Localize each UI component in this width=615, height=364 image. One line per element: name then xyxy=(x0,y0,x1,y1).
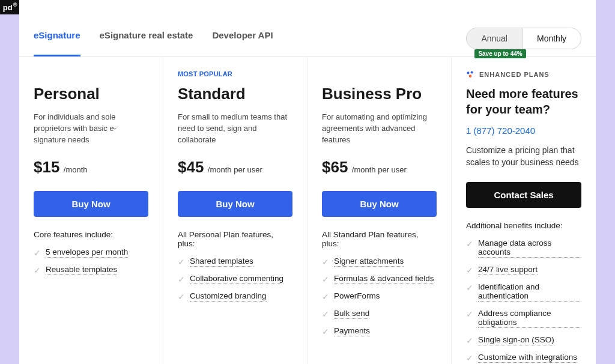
enhanced-icon xyxy=(466,70,474,79)
check-icon: ✓ xyxy=(322,275,329,284)
check-icon: ✓ xyxy=(466,309,473,319)
tab-esignature[interactable]: eSignature xyxy=(34,30,80,56)
feature-item: ✓Bulk send xyxy=(322,309,437,319)
plan-title: Business Pro xyxy=(322,85,437,103)
feature-item: ✓Formulas & advanced fields xyxy=(322,274,437,284)
check-icon: ✓ xyxy=(466,283,473,293)
billing-annual[interactable]: Annual xyxy=(467,28,522,49)
feature-item: ✓Payments xyxy=(322,326,437,336)
plan-description: For individuals and sole proprietors wit… xyxy=(34,112,148,146)
features-list: ✓Manage data across accounts ✓24/7 live … xyxy=(466,238,581,364)
save-badge: Save up to 44% xyxy=(474,49,526,58)
features-list: ✓Signer attachments ✓Formulas & advanced… xyxy=(322,256,437,336)
feature-item: ✓Collaborative commenting xyxy=(178,274,292,284)
check-icon: ✓ xyxy=(322,327,329,336)
feature-item: ✓Signer attachments xyxy=(322,256,437,267)
plan-business-pro: Business Pro For automating and optimizi… xyxy=(308,57,452,364)
billing-monthly[interactable]: Monthly xyxy=(522,28,581,49)
plan-price: $65 /month per user xyxy=(322,158,437,177)
check-icon: ✓ xyxy=(178,257,185,267)
tab-developer-api[interactable]: Developer API xyxy=(212,30,273,56)
features-list: ✓5 envelopes per month ✓Reusable templat… xyxy=(34,247,148,275)
features-heading: Core features include: xyxy=(34,230,148,239)
pricing-page: eSignature eSignature real estate Develo… xyxy=(19,0,596,364)
buy-now-button[interactable]: Buy Now xyxy=(322,191,437,217)
feature-item: ✓Reusable templates xyxy=(34,265,148,275)
pricing-plans: Personal For individuals and sole propri… xyxy=(19,57,596,360)
plan-personal: Personal For individuals and sole propri… xyxy=(19,57,163,364)
enhanced-eyebrow: ENHANCED PLANS xyxy=(466,70,581,79)
plan-standard: MOST POPULAR Standard For small to mediu… xyxy=(163,57,308,364)
plan-tag: MOST POPULAR xyxy=(178,70,292,79)
plan-title: Personal xyxy=(34,85,148,103)
plan-description: For automating and optimizing agreements… xyxy=(322,112,437,146)
billing-toggle: Annual Monthly Save up to 44% xyxy=(466,28,581,49)
feature-item: ✓Identification and authentication xyxy=(466,282,581,302)
enhanced-description: Customize a pricing plan that scales to … xyxy=(466,144,581,169)
check-icon: ✓ xyxy=(466,265,473,275)
enhanced-title: Need more features for your team? xyxy=(466,86,581,117)
features-list: ✓Shared templates ✓Collaborative comment… xyxy=(178,256,292,302)
check-icon: ✓ xyxy=(34,248,41,258)
feature-item: ✓Single sign-on (SSO) xyxy=(466,335,581,345)
feature-item: ✓24/7 live support xyxy=(466,265,581,275)
check-icon: ✓ xyxy=(466,353,473,363)
features-heading: Additional benefits include: xyxy=(466,221,581,230)
svg-point-2 xyxy=(469,74,472,77)
plan-description: For small to medium teams that need to s… xyxy=(178,112,292,146)
check-icon: ✓ xyxy=(466,336,473,345)
tab-esignature-realestate[interactable]: eSignature real estate xyxy=(100,30,193,56)
contact-sales-button[interactable]: Contact Sales xyxy=(466,182,581,208)
features-heading: All Standard Plan features, plus: xyxy=(322,230,437,248)
feature-item: ✓Address compliance obligations xyxy=(466,309,581,328)
features-heading: All Personal Plan features, plus: xyxy=(178,230,292,248)
check-icon: ✓ xyxy=(178,292,185,302)
feature-item: ✓5 envelopes per month xyxy=(34,247,148,258)
check-icon: ✓ xyxy=(322,257,329,267)
plan-price: $45 /month per user xyxy=(178,158,292,177)
buy-now-button[interactable]: Buy Now xyxy=(178,191,292,217)
pricing-header: eSignature eSignature real estate Develo… xyxy=(19,0,596,57)
feature-item: ✓Shared templates xyxy=(178,256,292,267)
plan-title: Standard xyxy=(178,85,292,103)
feature-item: ✓Customized branding xyxy=(178,291,292,302)
svg-point-1 xyxy=(471,71,473,73)
check-icon: ✓ xyxy=(322,309,329,319)
check-icon: ✓ xyxy=(322,292,329,302)
brand-logo: pd® xyxy=(0,0,19,14)
check-icon: ✓ xyxy=(34,265,41,275)
feature-item: ✓PowerForms xyxy=(322,291,437,302)
svg-point-0 xyxy=(467,71,469,74)
feature-item: ✓Manage data across accounts xyxy=(466,238,581,258)
plan-enhanced: ENHANCED PLANS Need more features for yo… xyxy=(452,57,596,364)
check-icon: ✓ xyxy=(466,239,473,249)
product-tabs: eSignature eSignature real estate Develo… xyxy=(34,30,273,56)
plan-price: $15 /month xyxy=(34,158,148,177)
feature-item: ✓Customize with integrations xyxy=(466,353,581,363)
buy-now-button[interactable]: Buy Now xyxy=(34,191,148,217)
check-icon: ✓ xyxy=(178,275,185,284)
phone-link[interactable]: 1 (877) 720-2040 xyxy=(466,126,535,136)
